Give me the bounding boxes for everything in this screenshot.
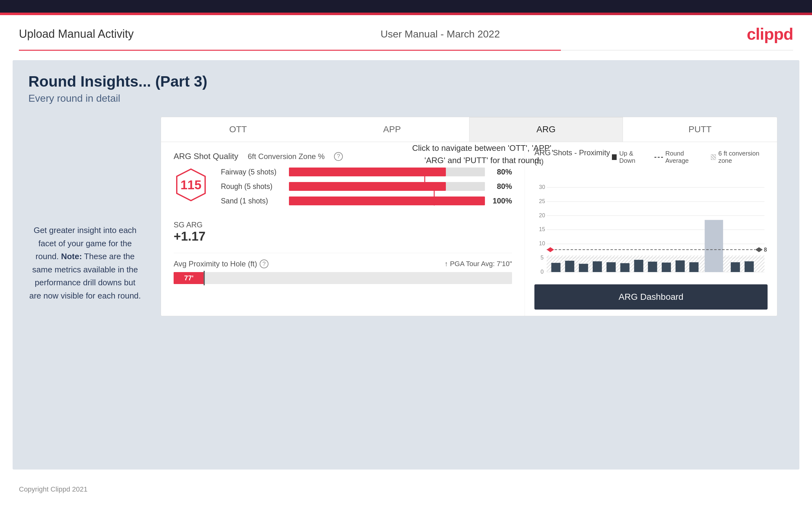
section-subtitle: Every round in detail	[29, 93, 783, 104]
annotation-arrow: Click to navigate between 'OTT', 'APP','…	[412, 142, 554, 209]
svg-rect-29	[662, 263, 671, 272]
proximity-bar-track: 77'	[173, 272, 512, 284]
tab-putt[interactable]: PUTT	[623, 117, 777, 142]
annotation-text: Click to navigate between 'OTT', 'APP','…	[412, 142, 554, 167]
svg-rect-33	[731, 262, 740, 272]
svg-text:5: 5	[541, 255, 544, 261]
main-content: Round Insights... (Part 3) Every round i…	[13, 60, 799, 469]
sg-value: +1.17	[173, 229, 512, 243]
svg-rect-24	[593, 261, 602, 272]
svg-rect-27	[634, 260, 643, 272]
proximity-cursor	[204, 271, 205, 285]
svg-text:10: 10	[539, 240, 546, 246]
svg-rect-23	[579, 264, 588, 272]
svg-rect-28	[648, 262, 657, 272]
sg-section: SG ARG +1.17	[173, 220, 512, 243]
legend-item-updown: Up & Down	[612, 150, 647, 164]
copyright: Copyright Clippd 2021	[19, 485, 88, 493]
hex-value: 115	[181, 178, 202, 192]
bar-label-sand: Sand (1 shots)	[221, 197, 284, 205]
svg-text:8: 8	[764, 246, 767, 253]
svg-rect-30	[675, 261, 685, 272]
section-title: Round Insights... (Part 3)	[29, 73, 783, 90]
svg-text:20: 20	[539, 212, 546, 219]
legend-square-updown	[612, 154, 617, 160]
svg-marker-3	[432, 200, 437, 206]
pga-avg: ↑ PGA Tour Avg: 7'10"	[445, 260, 512, 268]
annotation-arrow-svg	[412, 170, 437, 208]
upload-title: Upload Manual Activity	[19, 27, 134, 41]
proximity-bar-value: 77'	[184, 274, 194, 282]
legend-dashed-avg	[654, 157, 663, 158]
svg-text:0: 0	[541, 269, 544, 275]
proximity-bar-fill: 77'	[173, 272, 204, 284]
bar-label-rough: Rough (5 shots)	[221, 182, 284, 191]
proximity-header: Avg Proximity to Hole (ft) ? ↑ PGA Tour …	[173, 260, 512, 268]
proximity-help-icon[interactable]: ?	[260, 260, 268, 268]
arg-dashboard-button[interactable]: ARG Dashboard	[535, 284, 768, 309]
svg-rect-21	[551, 263, 561, 272]
svg-rect-34	[745, 261, 754, 272]
bar-label-fairway: Fairway (5 shots)	[221, 168, 284, 176]
right-panel: ARG Shots - Proximity (ft) Up & Down Rou…	[525, 142, 777, 316]
legend-label-avg: Round Average	[665, 150, 703, 164]
legend-item-avg: Round Average	[654, 150, 703, 164]
legend: Up & Down Round Average 6 ft conversion …	[612, 150, 768, 164]
chart-svg: 0 5 10 15 20 25 30	[535, 171, 768, 278]
legend-label-6ft: 6 ft conversion zone	[718, 150, 768, 164]
help-icon[interactable]: ?	[334, 152, 343, 161]
shot-quality-label: ARG Shot Quality	[173, 152, 238, 161]
left-description: Get greater insight into each facet of y…	[29, 224, 142, 303]
tab-ott[interactable]: OTT	[161, 117, 315, 142]
svg-rect-25	[607, 262, 616, 272]
footer: Copyright Clippd 2021	[0, 479, 812, 500]
sg-label: SG ARG	[173, 220, 512, 229]
svg-rect-26	[620, 263, 629, 272]
header-center: User Manual - March 2022	[380, 29, 500, 40]
conversion-label: 6ft Conversion Zone %	[248, 152, 324, 161]
tabs-row: OTT APP ARG PUTT	[161, 117, 777, 142]
chart-area: 0 5 10 15 20 25 30	[535, 171, 768, 278]
hexagon: 115	[173, 168, 208, 202]
tab-app[interactable]: APP	[315, 117, 469, 142]
svg-rect-22	[565, 261, 574, 272]
proximity-section: Avg Proximity to Hole (ft) ? ↑ PGA Tour …	[173, 253, 512, 284]
header-divider	[19, 50, 793, 51]
header: Upload Manual Activity User Manual - Mar…	[0, 15, 812, 50]
clippd-logo: clippd	[747, 24, 793, 44]
svg-marker-37	[755, 247, 763, 252]
proximity-title: Avg Proximity to Hole (ft) ?	[173, 260, 268, 268]
svg-rect-32	[705, 220, 723, 272]
header-left: Upload Manual Activity	[19, 27, 134, 41]
legend-label-updown: Up & Down	[619, 150, 647, 164]
legend-hatched-6ft	[711, 154, 716, 160]
svg-marker-36	[547, 247, 554, 252]
svg-rect-31	[690, 262, 699, 272]
legend-item-6ft: 6 ft conversion zone	[711, 150, 768, 164]
svg-text:15: 15	[539, 226, 545, 232]
tab-arg[interactable]: ARG	[469, 117, 623, 142]
top-bar	[0, 0, 812, 13]
accent-bar	[0, 13, 812, 15]
right-panel-header: ARG Shots - Proximity (ft) Up & Down Rou…	[535, 148, 768, 166]
